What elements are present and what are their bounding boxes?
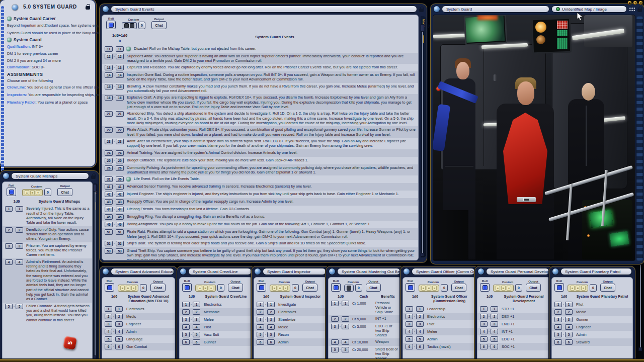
roll-button[interactable]	[554, 283, 564, 292]
roll-range-high-button[interactable]: 3	[491, 321, 498, 327]
roll-range-low-button[interactable]: 3	[406, 321, 413, 327]
roll-range-low-button[interactable]: 1	[480, 306, 488, 312]
roll-range-low-button[interactable]: 4	[105, 329, 112, 334]
roll-range-low-button[interactable]: 2	[554, 309, 562, 315]
modifier-button[interactable]: 0	[590, 284, 597, 292]
window-title[interactable]: System Guard Crew/Line	[188, 268, 252, 275]
roll-range-low-button[interactable]: 45	[105, 214, 113, 220]
roll-range-low-button[interactable]: 52	[105, 241, 113, 246]
roll-range-low-button[interactable]: 5	[105, 336, 112, 342]
chat-output-button[interactable]: Chat	[451, 284, 466, 292]
roll-range-low-button[interactable]: 46	[105, 222, 113, 227]
roll-range-high-button[interactable]: 1	[115, 306, 123, 312]
roll-range-high-button[interactable]: 1	[565, 302, 573, 307]
roll-range-high-button[interactable]: 22	[116, 127, 124, 133]
roll-range-low-button[interactable]: 3	[554, 317, 562, 322]
roll-range-high-button[interactable]: 2	[115, 314, 123, 319]
roll-range-low-button[interactable]: 53	[105, 248, 113, 254]
window-planetary-patrol[interactable]: System Guard Planetary Patrol Roll Custo…	[549, 266, 635, 362]
lock-icon[interactable]	[86, 4, 90, 10]
roll-range-low-button[interactable]: 1	[554, 302, 562, 307]
roll-range-high-button[interactable]: 3	[342, 324, 349, 329]
roll-range-high-button[interactable]: 26	[116, 165, 124, 171]
roll-range-high-button[interactable]: 5	[193, 332, 200, 337]
chat-output-button[interactable]: Chat	[150, 284, 166, 292]
roll-range-high-button[interactable]: 4	[491, 329, 498, 334]
roll-range-low-button[interactable]: 3	[182, 317, 190, 322]
roll-range-low-button[interactable]: 5	[5, 304, 13, 309]
roll-range-low-button[interactable]: 3	[257, 317, 264, 322]
link-orb-icon[interactable]	[103, 6, 109, 12]
roll-range-high-button[interactable]: 51	[116, 229, 124, 235]
roll-range-low-button[interactable]: 31	[105, 176, 113, 182]
roll-range-high-button[interactable]: 4	[342, 339, 349, 345]
roll-range-high-button[interactable]: 4	[193, 324, 200, 330]
roll-range-high-button[interactable]: 5	[565, 332, 573, 337]
roll-range-high-button[interactable]: 1	[267, 302, 275, 307]
roll-range-low-button[interactable]: 5	[257, 332, 264, 337]
roll-range-low-button[interactable]: 14	[105, 72, 113, 78]
roll-range-high-button[interactable]: 1	[416, 306, 424, 312]
modifier-button[interactable]: 0	[138, 22, 145, 29]
chat-output-button[interactable]: Chat	[57, 188, 72, 196]
roll-range-low-button[interactable]: 4	[257, 324, 264, 330]
roll-range-low-button[interactable]: 2	[5, 227, 13, 233]
roll-range-high-button[interactable]: 42	[116, 192, 124, 197]
roll-range-low-button[interactable]: 5	[480, 336, 488, 342]
window-officer[interactable]: System Guard Officer (Comm Only) Roll Cu…	[400, 266, 478, 362]
roll-button[interactable]	[106, 21, 116, 29]
table-link-icon[interactable]	[126, 177, 131, 182]
window-title[interactable]: System Guard Inspector	[263, 268, 326, 275]
scrollbar[interactable]	[93, 184, 97, 359]
modifier-button[interactable]: 0	[515, 284, 522, 292]
roll-range-high-button[interactable]: 2	[267, 309, 275, 315]
roll-range-low-button[interactable]: 4	[5, 259, 13, 265]
roll-range-low-button[interactable]: 25	[105, 158, 113, 163]
roll-range-low-button[interactable]: 4	[331, 339, 339, 345]
roll-range-low-button[interactable]: 6	[480, 344, 488, 349]
roll-button[interactable]	[182, 283, 192, 292]
custom-dice-slots[interactable]: ▲■●	[22, 189, 43, 196]
roll-range-high-button[interactable]: 2	[193, 309, 200, 315]
custom-dice-slots[interactable]: ▲■●	[493, 285, 514, 292]
window-advanced-education[interactable]: System Guard Advanced Education Roll Cus…	[100, 266, 177, 362]
roll-range-low-button[interactable]: 1	[331, 301, 339, 306]
table-link-icon[interactable]	[126, 47, 131, 51]
link-orb-icon[interactable]	[255, 268, 261, 275]
roll-range-low-button[interactable]: 1	[257, 302, 264, 307]
roll-range-high-button[interactable]: 24	[116, 150, 124, 156]
roll-range-high-button[interactable]: 2	[416, 314, 424, 319]
custom-dice-slots[interactable]: ▲■●	[270, 285, 290, 292]
roll-range-high-button[interactable]: 1	[491, 306, 498, 312]
roll-range-high-button[interactable]: 6	[491, 344, 498, 349]
roll-range-high-button[interactable]: 2	[491, 314, 498, 319]
custom-dice-slots[interactable]	[122, 22, 137, 29]
roll-range-high-button[interactable]: 4	[416, 329, 424, 334]
window-title[interactable]: System Guard Personal Development	[486, 268, 549, 275]
link-orb-icon[interactable]	[103, 268, 109, 275]
custom-dice-slots[interactable]	[344, 285, 354, 292]
lock-icon[interactable]	[637, 7, 642, 12]
roll-range-high-button[interactable]: 5	[115, 336, 123, 342]
chat-output-button[interactable]: Chat	[526, 284, 541, 292]
window-system-guard-image[interactable]: System Guard Unidentified Map / Image	[431, 4, 644, 264]
window-system-guard-mishaps[interactable]: System Guard Mishaps Main Roll Custom ▲■…	[0, 171, 99, 362]
roll-range-low-button[interactable]: 2	[105, 314, 112, 319]
window-system-guard-events[interactable]: System Guard Events Main Roll Custom ▲■●…	[100, 4, 427, 262]
link-orb-icon[interactable]	[180, 268, 186, 275]
window-title[interactable]: System Guard Officer (Comm Only)	[412, 268, 475, 275]
custom-dice-slots[interactable]: ▲■●	[419, 285, 439, 292]
roll-range-high-button[interactable]: 43	[116, 199, 124, 205]
image-window-scroll-strip[interactable]	[636, 16, 643, 261]
link-orb-icon[interactable]	[12, 5, 18, 11]
roll-range-low-button[interactable]: 1	[406, 306, 413, 312]
window-title[interactable]: System Guard Advanced Education	[111, 268, 174, 275]
roll-range-low-button[interactable]: 12	[105, 54, 113, 59]
roll-range-low-button[interactable]: 2	[257, 309, 264, 315]
image-tab[interactable]: Unidentified Map / Image	[551, 6, 627, 13]
window-title[interactable]: System Guard Mustering Out Benefits	[337, 268, 400, 275]
link-orb-icon[interactable]	[434, 6, 440, 12]
modifier-button[interactable]: 0	[217, 284, 224, 292]
chat-output-button[interactable]: Chat	[366, 284, 381, 292]
roll-range-low-button[interactable]: 4	[406, 329, 413, 334]
